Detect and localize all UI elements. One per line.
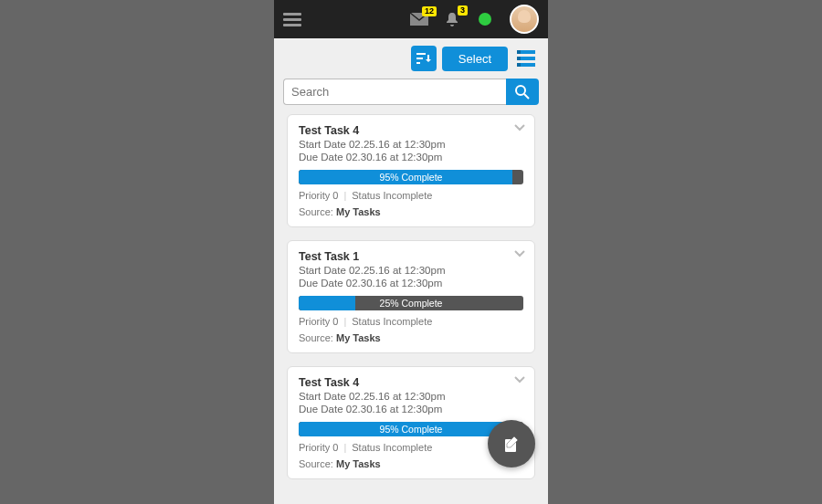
svg-rect-1: [416, 58, 423, 59]
inbox-button[interactable]: 12: [409, 12, 429, 26]
task-title: Test Task 4: [299, 124, 523, 137]
alerts-badge: 3: [458, 5, 468, 16]
search-icon: [514, 84, 531, 100]
inbox-badge: 12: [422, 6, 437, 16]
svg-rect-7: [517, 57, 521, 60]
sort-button[interactable]: [411, 46, 437, 71]
task-due-date: Due Date 02.30.16 at 12:30pm: [299, 404, 523, 415]
presence-indicator: [479, 13, 491, 26]
progress-label: 95% Complete: [299, 170, 523, 184]
hamburger-menu-icon[interactable]: [283, 10, 301, 29]
task-card[interactable]: Test Task 4Start Date 02.25.16 at 12:30p…: [287, 114, 535, 227]
task-meta: Priority 0|Status Incomplete: [299, 316, 523, 327]
user-avatar[interactable]: [510, 5, 539, 34]
progress-label: 25% Complete: [299, 296, 523, 310]
search-input[interactable]: [283, 79, 506, 105]
task-start-date: Start Date 02.25.16 at 12:30pm: [299, 139, 523, 150]
task-due-date: Due Date 02.30.16 at 12:30pm: [299, 152, 523, 163]
search-bar: [283, 79, 539, 105]
task-card[interactable]: Test Task 1Start Date 02.25.16 at 12:30p…: [287, 240, 535, 353]
compose-icon: [501, 434, 522, 454]
task-source: Source: My Tasks: [299, 206, 523, 217]
svg-line-10: [524, 94, 529, 99]
svg-rect-6: [517, 50, 521, 54]
svg-point-9: [516, 86, 525, 95]
task-source: Source: My Tasks: [299, 458, 523, 469]
svg-rect-8: [517, 63, 521, 67]
app-header: 12 3: [274, 0, 548, 38]
chevron-down-icon[interactable]: [514, 250, 525, 257]
task-title: Test Task 1: [299, 250, 523, 263]
alerts-button[interactable]: 3: [444, 11, 460, 27]
search-button[interactable]: [506, 79, 539, 105]
progress-bar: 25% Complete: [299, 296, 523, 310]
list-view-icon: [517, 50, 535, 67]
task-start-date: Start Date 02.25.16 at 12:30pm: [299, 265, 523, 276]
list-toolbar: Select: [274, 38, 548, 75]
task-meta: Priority 0|Status Incomplete: [299, 190, 523, 201]
chevron-down-icon[interactable]: [514, 376, 525, 383]
task-start-date: Start Date 02.25.16 at 12:30pm: [299, 391, 523, 402]
compose-fab[interactable]: [488, 420, 535, 467]
progress-bar: 95% Complete: [299, 170, 523, 184]
svg-rect-0: [416, 53, 426, 55]
sort-icon: [416, 52, 431, 65]
view-toggle-button[interactable]: [513, 46, 539, 71]
svg-rect-2: [416, 62, 420, 64]
task-source: Source: My Tasks: [299, 332, 523, 343]
task-title: Test Task 4: [299, 376, 523, 389]
select-button[interactable]: Select: [442, 47, 508, 71]
task-due-date: Due Date 02.30.16 at 12:30pm: [299, 278, 523, 289]
chevron-down-icon[interactable]: [514, 124, 525, 131]
app-viewport: 12 3 Select: [274, 0, 548, 504]
